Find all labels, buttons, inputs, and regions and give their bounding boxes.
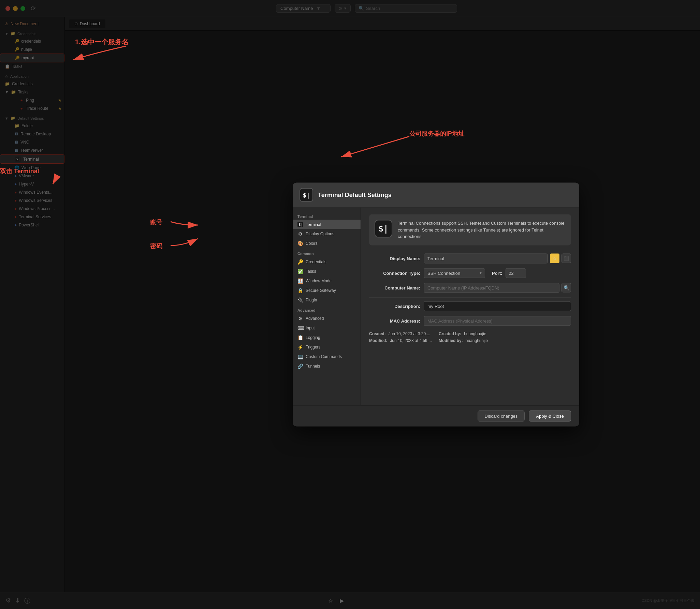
connection-type-label: Connection Type: (369, 270, 420, 276)
modal-info-box: $| Terminal Connections support SSH, Tel… (369, 214, 571, 246)
meta-col-left: Created: Jun 10, 2023 at 3:20:... Modifi… (369, 331, 432, 343)
display-name-label: Display Name: (369, 256, 420, 261)
modal-sidebar-item-tasks[interactable]: ✅ Tasks (293, 267, 361, 276)
modal-sidebar-item-advanced[interactable]: ⚙ Advanced (293, 314, 361, 323)
modal-sidebar-item-secure-gateway[interactable]: 🔒 Secure Gateway (293, 286, 361, 295)
modal-triggers-icon: ⚡ (297, 344, 303, 350)
modal-logging-icon: 📋 (297, 335, 303, 340)
description-label: Description: (369, 303, 420, 309)
connection-type-row: Connection Type: SSH Connection Telnet C… (369, 268, 571, 278)
modal-icon-text: $| (303, 191, 310, 198)
created-value: Jun 10, 2023 at 3:20:... (389, 331, 431, 336)
mac-address-label: MAC Address: (369, 318, 420, 323)
created-by-value: huanghuajie (464, 331, 486, 336)
metadata-section: Created: Jun 10, 2023 at 3:20:... Modifi… (369, 331, 571, 343)
favorite-icon-btn[interactable]: ☆ (550, 254, 559, 263)
created-label: Created: (369, 331, 386, 336)
modal-main: $| Terminal Connections support SSH, Tel… (361, 208, 579, 405)
modal-colors-label: Colors (306, 241, 318, 246)
modal-gateway-label: Secure Gateway (306, 288, 336, 293)
modal-sidebar-item-credentials[interactable]: 🔑 Credentials (293, 257, 361, 267)
modal-section-common: Common (293, 248, 361, 257)
apply-close-button[interactable]: Apply & Close (529, 411, 571, 422)
modal-custom-icon: 💻 (297, 354, 303, 359)
modal-input-icon: ⌨ (297, 325, 303, 331)
modal-triggers-label: Triggers (306, 345, 321, 350)
modal-sidebar-item-window-mode[interactable]: 🪟 Window Mode (293, 276, 361, 286)
computer-name-row: Computer Name: 🔍 (369, 283, 571, 293)
modified-by-row: Modified by: huanghuajie (439, 338, 488, 343)
meta-col-right: Created by: huanghuajie Modified by: hua… (439, 331, 488, 343)
port-input[interactable] (506, 268, 526, 278)
modal-cred-label: Credentials (306, 259, 326, 264)
modal-cred-icon: 🔑 (297, 259, 303, 265)
modal-info-text: Terminal Connections support SSH, Telnet… (398, 220, 566, 240)
modal-advanced-label: Advanced (306, 316, 324, 321)
modal-gateway-icon: 🔒 (297, 288, 303, 293)
form-divider (369, 297, 571, 298)
modal-advanced-icon: ⚙ (297, 316, 303, 321)
modal-tasks-label: Tasks (306, 269, 316, 274)
created-row: Created: Jun 10, 2023 at 3:20:... (369, 331, 432, 336)
created-by-row: Created by: huanghuajie (439, 331, 488, 336)
modal-sidebar-item-display[interactable]: ⚙ Display Options (293, 229, 361, 239)
modal-display-icon: ⚙ (297, 231, 303, 237)
modal-terminal-label: Terminal (306, 222, 321, 227)
computer-name-field-wrapper: 🔍 (424, 283, 571, 293)
modal-input-label: Input (306, 326, 315, 330)
modal-sidebar-item-colors[interactable]: 🎨 Colors (293, 239, 361, 248)
modal-sidebar-item-plugin[interactable]: 🔌 Plugin (293, 295, 361, 305)
mac-address-input[interactable] (424, 316, 571, 326)
modal-section-terminal: Terminal (293, 211, 361, 220)
modal-tasks-icon: ✅ (297, 269, 303, 274)
modal-tunnels-label: Tunnels (306, 364, 320, 369)
modal-sidebar-item-custom-commands[interactable]: 💻 Custom Commands (293, 352, 361, 361)
modified-label: Modified: (369, 338, 387, 343)
modal-title: Terminal Default Settings (318, 191, 392, 198)
modified-row: Modified: Jun 10, 2023 at 4:59:... (369, 338, 432, 343)
modal-footer: Discard changes Apply & Close (293, 405, 579, 427)
description-input[interactable] (424, 301, 571, 311)
modal-section-advanced: Advanced (293, 305, 361, 314)
display-name-controls: ☆ ⬛ (424, 253, 571, 263)
modal-window-label: Window Mode (306, 279, 332, 283)
modal-colors-icon: 🎨 (297, 241, 303, 246)
connection-type-wrapper: SSH Connection Telnet Connection Custom … (424, 268, 485, 278)
modal-logging-label: Logging (306, 335, 320, 340)
port-label: Port: (492, 270, 502, 276)
modal-info-icon: $| (375, 220, 392, 238)
connection-type-select[interactable]: SSH Connection Telnet Connection Custom … (424, 268, 485, 278)
modal-sidebar-item-triggers[interactable]: ⚡ Triggers (293, 342, 361, 352)
modal-sidebar: Terminal $| Terminal ⚙ Display Options 🎨… (293, 208, 361, 405)
modal-sidebar-item-logging[interactable]: 📋 Logging (293, 333, 361, 342)
computer-name-input[interactable] (424, 283, 559, 293)
created-by-label: Created by: (439, 331, 461, 336)
discard-button[interactable]: Discard changes (478, 411, 525, 422)
modal-sidebar-item-tunnels[interactable]: 🔗 Tunnels (293, 361, 361, 371)
modal-sidebar-item-input[interactable]: ⌨ Input (293, 323, 361, 333)
display-name-input[interactable] (424, 253, 548, 263)
computer-name-search-btn[interactable]: 🔍 (562, 283, 571, 293)
modified-by-label: Modified by: (439, 338, 463, 343)
modal-header-icon: $| (300, 188, 313, 202)
modified-value: Jun 10, 2023 at 4:59:... (390, 338, 432, 343)
modal-plugin-icon: 🔌 (297, 297, 303, 303)
modal-tunnels-icon: 🔗 (297, 363, 303, 369)
modal-plugin-label: Plugin (306, 298, 317, 302)
modal-sidebar-item-terminal[interactable]: $| Terminal (293, 220, 361, 229)
terminal-settings-modal: $| Terminal Default Settings Terminal $|… (293, 183, 579, 427)
modal-header: $| Terminal Default Settings (293, 183, 579, 208)
modified-by-value: huanghuajie (466, 338, 488, 343)
display-icon-btn[interactable]: ⬛ (562, 254, 571, 263)
modal-terminal-icon: $| (297, 222, 303, 227)
mac-address-row: MAC Address: (369, 316, 571, 326)
description-row: Description: (369, 301, 571, 311)
display-name-row: Display Name: ☆ ⬛ (369, 253, 571, 263)
modal-display-label: Display Options (306, 232, 334, 236)
modal-window-icon: 🪟 (297, 278, 303, 284)
modal-body: Terminal $| Terminal ⚙ Display Options 🎨… (293, 208, 579, 405)
modal-custom-label: Custom Commands (306, 354, 342, 359)
computer-name-label: Computer Name: (369, 285, 420, 290)
